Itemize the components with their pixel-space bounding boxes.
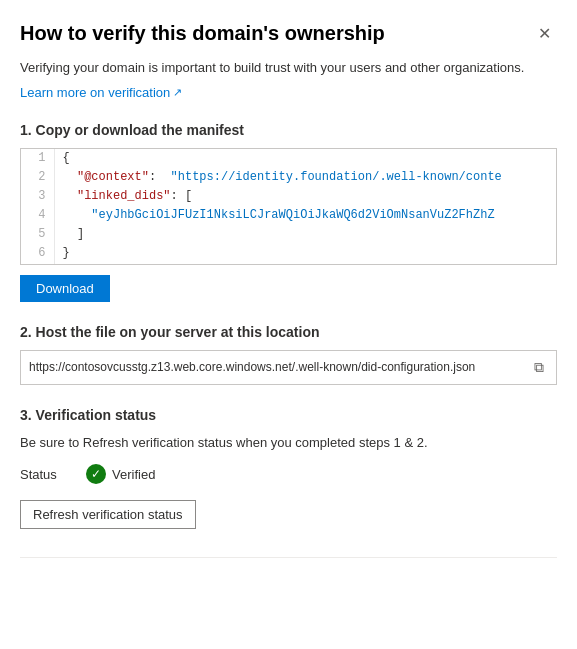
line-number: 1 [21,149,54,168]
download-button[interactable]: Download [20,275,110,302]
line-number: 6 [21,244,54,263]
code-line-row: 6} [21,244,556,263]
code-content: "eyJhbGciOiJFUzI1NksiLCJraWQiOiJkaWQ6d2V… [54,206,556,225]
intro-description: Verifying your domain is important to bu… [20,58,557,78]
status-label: Status [20,467,70,482]
learn-more-link[interactable]: Learn more on verification ↗ [20,85,182,100]
code-line-row: 1{ [21,149,556,168]
line-number: 3 [21,187,54,206]
code-line-row: 3 "linked_dids": [ [21,187,556,206]
verification-description: Be sure to Refresh verification status w… [20,433,557,453]
code-content: "@context": "https://identity.foundation… [54,168,556,187]
code-content: ] [54,225,556,244]
panel-header: How to verify this domain's ownership ✕ [20,20,557,46]
code-line-row: 2 "@context": "https://identity.foundati… [21,168,556,187]
status-row: Status ✓ Verified [20,464,557,484]
section-host-file: 2. Host the file on your server at this … [20,324,557,385]
code-table: 1{2 "@context": "https://identity.founda… [21,149,556,264]
refresh-verification-button[interactable]: Refresh verification status [20,500,196,529]
server-url: https://contosovcusstg.z13.web.core.wind… [29,360,522,374]
copy-url-button[interactable]: ⧉ [530,357,548,378]
code-line-row: 5 ] [21,225,556,244]
verified-badge: ✓ Verified [86,464,155,484]
learn-more-label: Learn more on verification [20,85,170,100]
section3-title: 3. Verification status [20,407,557,423]
code-content: { [54,149,556,168]
panel-container: How to verify this domain's ownership ✕ … [0,0,577,577]
code-content: } [54,244,556,263]
section1-title: 1. Copy or download the manifest [20,122,557,138]
url-row: https://contosovcusstg.z13.web.core.wind… [20,350,557,385]
section2-title: 2. Host the file on your server at this … [20,324,557,340]
line-number: 2 [21,168,54,187]
section-copy-download: 1. Copy or download the manifest 1{2 "@c… [20,122,557,302]
line-number: 4 [21,206,54,225]
panel-title: How to verify this domain's ownership [20,20,385,46]
close-button[interactable]: ✕ [532,22,557,45]
verified-check-icon: ✓ [86,464,106,484]
line-number: 5 [21,225,54,244]
external-link-icon: ↗ [173,86,182,99]
manifest-code-block: 1{2 "@context": "https://identity.founda… [20,148,557,265]
copy-icon: ⧉ [534,359,544,375]
verified-label: Verified [112,467,155,482]
code-content: "linked_dids": [ [54,187,556,206]
code-line-row: 4 "eyJhbGciOiJFUzI1NksiLCJraWQiOiJkaWQ6d… [21,206,556,225]
bottom-border [20,557,557,577]
section-verification-status: 3. Verification status Be sure to Refres… [20,407,557,530]
